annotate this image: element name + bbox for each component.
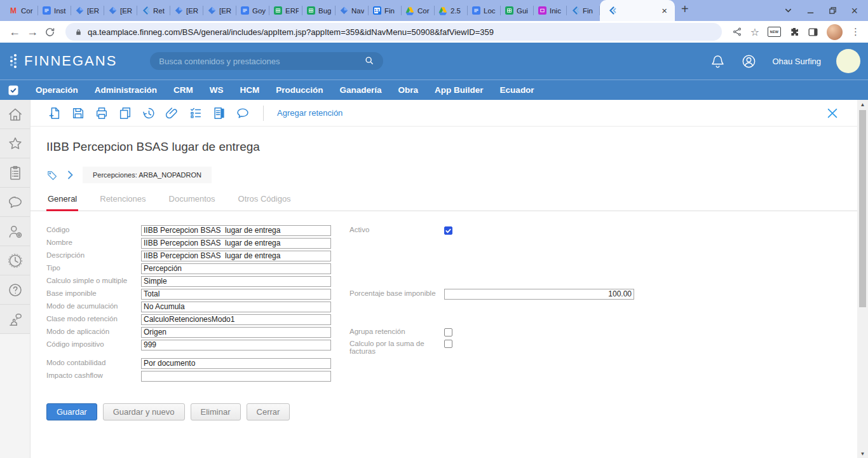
browser-tab[interactable]: [ER	[203, 0, 236, 21]
porcentaje-base-imponible-input[interactable]	[444, 289, 634, 300]
agregar-retencion-link[interactable]: Agregar retención	[277, 108, 342, 118]
browser-tab[interactable]: Goy	[236, 0, 269, 21]
global-search[interactable]	[150, 52, 383, 70]
browser-menu-icon[interactable]: ⋮	[851, 26, 860, 38]
search-input[interactable]	[159, 57, 364, 66]
tab-close-icon[interactable]: ×	[661, 6, 667, 15]
browser-tab[interactable]: Loc	[468, 0, 501, 21]
nav-item-administración[interactable]: Administración	[95, 85, 157, 95]
copy-icon[interactable]	[118, 106, 132, 120]
nav-item-crm[interactable]: CRM	[173, 85, 193, 95]
print-icon[interactable]	[95, 106, 109, 120]
tasks-checkbox-icon[interactable]	[8, 85, 19, 96]
nav-item-hcm[interactable]: HCM	[240, 85, 260, 95]
history-icon[interactable]	[142, 106, 156, 120]
field-input[interactable]	[141, 289, 331, 300]
user-profile-icon[interactable]	[741, 53, 757, 69]
browser-tab[interactable]: ×	[600, 0, 675, 21]
tab-search-chevron-icon[interactable]	[784, 6, 792, 15]
eliminar-button[interactable]: Eliminar	[191, 403, 241, 420]
activo-checkbox[interactable]	[444, 226, 452, 235]
browser-tab[interactable]: Inst	[38, 0, 71, 21]
sidebar-item-clock[interactable]	[0, 246, 30, 275]
checklist-icon[interactable]	[189, 106, 203, 120]
guardar-y-nuevo-button[interactable]: Guardar y nuevo	[103, 403, 185, 420]
side-panel-icon[interactable]	[808, 27, 818, 38]
attachment-icon[interactable]	[165, 106, 179, 120]
field-input[interactable]	[141, 225, 331, 236]
field-input[interactable]	[141, 263, 331, 274]
share-icon[interactable]	[732, 27, 742, 37]
browser-tab[interactable]: 13Fin	[369, 0, 402, 21]
tag-icon[interactable]	[46, 169, 58, 181]
browser-tab[interactable]: Fin	[567, 0, 600, 21]
forward-icon[interactable]: →	[27, 26, 38, 38]
field-input[interactable]	[141, 340, 331, 350]
scrollbar-thumb[interactable]	[859, 110, 866, 307]
sidebar-item-feedback[interactable]	[0, 305, 30, 334]
nav-item-ws[interactable]: WS	[210, 85, 224, 95]
sidebar-item-clipboard[interactable]	[0, 158, 30, 188]
field-input[interactable]	[141, 358, 331, 369]
close-record-icon[interactable]	[825, 106, 839, 120]
tab-otros-códigos[interactable]: Otros Códigos	[237, 193, 292, 211]
guardar-button[interactable]: Guardar	[46, 403, 97, 420]
sidebar-item-star[interactable]	[0, 129, 30, 158]
browser-tab[interactable]: 2.5	[435, 0, 468, 21]
nav-item-ecuador[interactable]: Ecuador	[500, 85, 534, 95]
tab-retenciones[interactable]: Retenciones	[98, 193, 147, 211]
field-input[interactable]	[141, 238, 331, 249]
page-scrollbar[interactable]: ▲ ▼	[857, 100, 868, 458]
browser-tab[interactable]: [ER	[104, 0, 137, 21]
restore-window-icon[interactable]	[829, 6, 837, 15]
nav-item-ganadería[interactable]: Ganadería	[340, 85, 382, 95]
nav-item-obra[interactable]: Obra	[398, 85, 419, 95]
lock-icon[interactable]	[74, 28, 83, 36]
scroll-down-icon[interactable]: ▼	[857, 449, 868, 458]
document-icon[interactable]	[212, 106, 226, 120]
browser-tab[interactable]: Nav	[336, 0, 369, 21]
breadcrumb-chip[interactable]: Percepciones: ARBA_NOPADRON	[83, 167, 212, 183]
scroll-up-icon[interactable]: ▲	[857, 100, 868, 109]
back-icon[interactable]: ←	[9, 26, 20, 38]
browser-tab[interactable]: [ER	[170, 0, 203, 21]
extensions-puzzle-icon[interactable]	[789, 27, 799, 37]
user-avatar[interactable]	[836, 49, 860, 73]
comment-icon[interactable]	[236, 106, 250, 120]
field-input[interactable]	[141, 327, 331, 338]
browser-tab[interactable]: Inic	[534, 0, 567, 21]
new-extension-icon[interactable]: NEW	[768, 27, 781, 37]
browser-tab[interactable]: [ER	[71, 0, 104, 21]
bookmark-star-icon[interactable]: ☆	[750, 26, 759, 38]
calculo-suma-facturas-checkbox[interactable]	[444, 340, 452, 348]
field-input[interactable]	[141, 276, 331, 287]
notifications-bell-icon[interactable]	[710, 53, 726, 69]
field-input[interactable]	[141, 314, 331, 325]
nav-item-app-builder[interactable]: App Builder	[435, 85, 484, 95]
sidebar-item-add-user[interactable]	[0, 217, 30, 246]
browser-tab[interactable]: ERP	[269, 0, 302, 21]
tab-documentos[interactable]: Documentos	[168, 193, 217, 211]
new-document-icon[interactable]	[48, 106, 62, 120]
field-input[interactable]	[141, 371, 331, 382]
omnibox[interactable]: qa.teamplace.finneg.com/BSA/general/incl…	[65, 23, 722, 41]
browser-tab[interactable]: Gui	[501, 0, 534, 21]
close-window-icon[interactable]: ×	[851, 5, 858, 17]
browser-profile-avatar[interactable]	[827, 24, 843, 40]
refresh-icon[interactable]	[44, 27, 55, 38]
browser-tab[interactable]: MCor	[5, 0, 38, 21]
browser-tab[interactable]: Cor	[402, 0, 435, 21]
nav-item-producción[interactable]: Producción	[276, 85, 323, 95]
sidebar-item-home[interactable]	[0, 100, 30, 129]
search-icon[interactable]	[364, 55, 376, 67]
sidebar-item-chat[interactable]	[0, 188, 30, 217]
save-icon[interactable]	[71, 106, 85, 120]
nav-item-operación[interactable]: Operación	[36, 85, 78, 95]
sidebar-item-help[interactable]	[0, 275, 30, 305]
field-input[interactable]	[141, 302, 331, 312]
agrupa-retencion-checkbox[interactable]	[444, 328, 452, 337]
cerrar-button[interactable]: Cerrar	[247, 403, 290, 420]
finnegans-logo[interactable]: FINNEGANS	[9, 53, 117, 69]
browser-tab[interactable]: Bug	[302, 0, 336, 21]
new-tab-button[interactable]: +	[681, 3, 689, 15]
